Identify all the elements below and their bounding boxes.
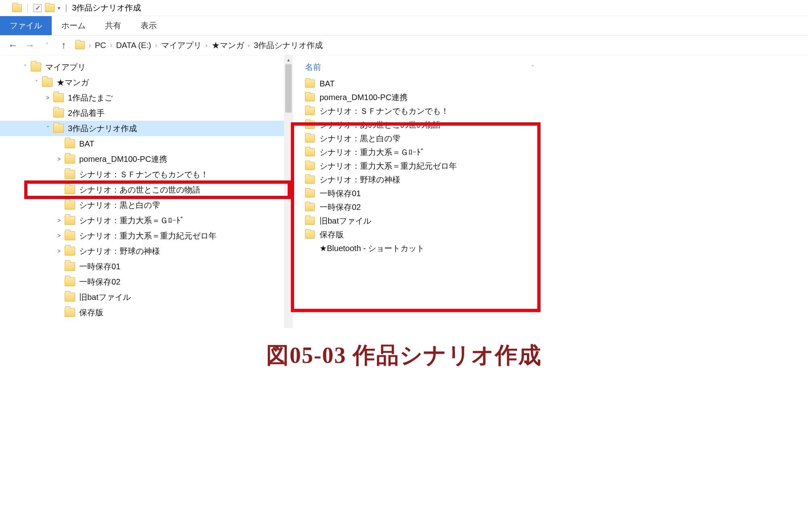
annotation-box-right bbox=[291, 122, 541, 312]
tree-item[interactable]: >BAT bbox=[0, 136, 293, 151]
tree-item[interactable]: ˅マイアプリ bbox=[0, 59, 293, 75]
breadcrumb-folder-icon bbox=[75, 41, 85, 49]
list-item[interactable]: シナリオ：ＳＦナンでもカンでも！ bbox=[305, 104, 804, 118]
folder-icon bbox=[65, 308, 75, 317]
folder-icon bbox=[65, 262, 75, 271]
list-item[interactable]: pomera_DM100-PC連携 bbox=[305, 90, 804, 104]
tree-item-label: BAT bbox=[79, 139, 94, 149]
chevron-right-icon[interactable]: › bbox=[110, 42, 112, 48]
chevron-right-icon[interactable]: > bbox=[53, 156, 65, 162]
tab-file[interactable]: ファイル bbox=[0, 16, 52, 35]
tree-item[interactable]: >シナリオ：重力大系＝Ｇﾛｰﾄﾞ bbox=[0, 213, 293, 228]
folder-icon bbox=[53, 109, 64, 117]
nav-up-button[interactable]: ↑ bbox=[58, 40, 69, 51]
list-item-label: pomera_DM100-PC連携 bbox=[320, 92, 408, 103]
chevron-right-icon[interactable]: › bbox=[248, 42, 250, 48]
tree-item[interactable]: >2作品着手 bbox=[0, 105, 293, 121]
tree-item-label: ★マンガ bbox=[57, 77, 89, 88]
list-item-label: シナリオ：ＳＦナンでもカンでも！ bbox=[320, 106, 449, 117]
tree-item[interactable]: >シナリオ：黒と白の雫 bbox=[0, 197, 293, 213]
qat-dropdown[interactable]: ▾ bbox=[58, 5, 60, 11]
tree-item[interactable]: >1作品たまご bbox=[0, 90, 293, 105]
breadcrumb-segment[interactable]: 3作品シナリオ作成 bbox=[254, 40, 323, 51]
tab-view[interactable]: 表示 bbox=[131, 16, 166, 35]
folder-icon bbox=[305, 93, 315, 101]
tree-item[interactable]: >保存版 bbox=[0, 305, 293, 320]
breadcrumb-segment[interactable]: PC bbox=[95, 41, 106, 50]
tree-item-label: 1作品たまご bbox=[68, 92, 113, 103]
tree-item-label: 2作品着手 bbox=[68, 108, 105, 119]
tree-item-label: シナリオ：野球の神様 bbox=[79, 246, 160, 257]
tree-item-label: シナリオ：黒と白の雫 bbox=[79, 200, 160, 211]
scroll-thumb[interactable] bbox=[285, 64, 292, 113]
folder-icon bbox=[53, 124, 64, 133]
chevron-down-icon[interactable]: ˅ bbox=[31, 79, 42, 86]
figure-caption: 図05-03 作品シナリオ作成 bbox=[0, 328, 808, 371]
chevron-down-icon[interactable]: ˅ bbox=[42, 125, 53, 132]
tab-share[interactable]: 共有 bbox=[95, 16, 131, 35]
tree-item[interactable]: >一時保存02 bbox=[0, 274, 293, 289]
qat-checkbox-button[interactable]: ✓ bbox=[34, 4, 42, 12]
tree-item[interactable]: ˅3作品シナリオ作成 bbox=[0, 121, 293, 136]
folder-icon bbox=[42, 78, 53, 87]
ribbon-tabs: ファイル ホーム 共有 表示 bbox=[0, 16, 808, 36]
scroll-up-icon[interactable]: ▴ bbox=[284, 55, 293, 64]
chevron-right-icon[interactable]: > bbox=[53, 232, 65, 239]
tree-item-label: マイアプリ bbox=[45, 62, 86, 73]
folder-icon bbox=[65, 139, 75, 148]
list-item[interactable]: BAT bbox=[305, 77, 804, 90]
folder-icon bbox=[65, 216, 75, 225]
breadcrumb-segment[interactable]: マイアプリ bbox=[161, 40, 202, 51]
breadcrumb[interactable]: › PC › DATA (E:) › マイアプリ › ★マンガ › 3作品シナリ… bbox=[75, 40, 323, 51]
tree-item[interactable]: >pomera_DM100-PC連携 bbox=[0, 151, 293, 167]
nav-recent-dropdown[interactable]: ˅ bbox=[41, 42, 53, 48]
folder-icon bbox=[65, 247, 75, 256]
chevron-right-icon[interactable]: > bbox=[53, 217, 65, 224]
folder-icon bbox=[65, 155, 75, 163]
folder-icon bbox=[65, 231, 75, 240]
tree-item[interactable]: >シナリオ：重力大系＝重力紀元ゼロ年 bbox=[0, 228, 293, 243]
tree-item-label: シナリオ：重力大系＝重力紀元ゼロ年 bbox=[79, 230, 217, 241]
tree-item-label: pomera_DM100-PC連携 bbox=[79, 154, 167, 165]
content-area: ˅マイアプリ˅★マンガ>1作品たまご>2作品着手˅3作品シナリオ作成>BAT>p… bbox=[0, 55, 808, 371]
breadcrumb-segment[interactable]: ★マンガ bbox=[212, 40, 244, 51]
chevron-right-icon[interactable]: › bbox=[89, 42, 91, 48]
folder-icon bbox=[65, 201, 75, 209]
caption-text: 図05-03 作品シナリオ作成 bbox=[266, 343, 542, 368]
chevron-right-icon[interactable]: › bbox=[155, 42, 157, 48]
folder-icon bbox=[31, 63, 41, 71]
chevron-right-icon[interactable]: > bbox=[42, 94, 53, 101]
tree-item-label: 3作品シナリオ作成 bbox=[68, 123, 137, 134]
tree-item-label: シナリオ：重力大系＝Ｇﾛｰﾄﾞ bbox=[79, 215, 184, 226]
titlebar: ✓ ▾ | 3作品シナリオ作成 bbox=[0, 0, 808, 16]
nav-bar: ← → ˅ ↑ › PC › DATA (E:) › マイアプリ › ★マンガ … bbox=[0, 36, 808, 55]
title-separator: | bbox=[65, 3, 67, 13]
column-header-name[interactable]: 名前 ˄ bbox=[305, 59, 804, 77]
folder-icon bbox=[65, 170, 75, 179]
tree-item[interactable]: >一時保存01 bbox=[0, 259, 293, 274]
folder-icon bbox=[65, 277, 75, 286]
list-item-label: BAT bbox=[320, 79, 335, 88]
folder-icon bbox=[305, 107, 315, 115]
sort-indicator-icon: ˄ bbox=[531, 64, 534, 71]
tree-item[interactable]: ˅★マンガ bbox=[0, 75, 293, 90]
chevron-right-icon[interactable]: > bbox=[53, 248, 65, 254]
tree-item-label: 一時保存01 bbox=[79, 261, 120, 272]
window-title: 3作品シナリオ作成 bbox=[72, 2, 141, 13]
tree-item[interactable]: >旧batファイル bbox=[0, 289, 293, 305]
tree-item[interactable]: >シナリオ：ＳＦナンでもカンでも！ bbox=[0, 167, 293, 182]
qat-folder-icon bbox=[45, 4, 55, 12]
chevron-right-icon[interactable]: › bbox=[206, 42, 208, 48]
nav-forward-button[interactable]: → bbox=[24, 40, 36, 51]
folder-icon bbox=[53, 93, 64, 102]
chevron-down-icon[interactable]: ˅ bbox=[19, 64, 31, 70]
nav-back-button[interactable]: ← bbox=[7, 40, 19, 51]
tree-item-label: シナリオ：ＳＦナンでもカンでも！ bbox=[79, 169, 208, 180]
tree-item[interactable]: >シナリオ：野球の神様 bbox=[0, 243, 293, 259]
breadcrumb-segment[interactable]: DATA (E:) bbox=[116, 41, 151, 50]
tree-item-label: 保存版 bbox=[79, 307, 103, 318]
folder-icon bbox=[65, 293, 75, 302]
tab-home[interactable]: ホーム bbox=[52, 16, 95, 35]
check-icon: ✓ bbox=[35, 4, 40, 12]
tree-item-label: 一時保存02 bbox=[79, 276, 120, 287]
